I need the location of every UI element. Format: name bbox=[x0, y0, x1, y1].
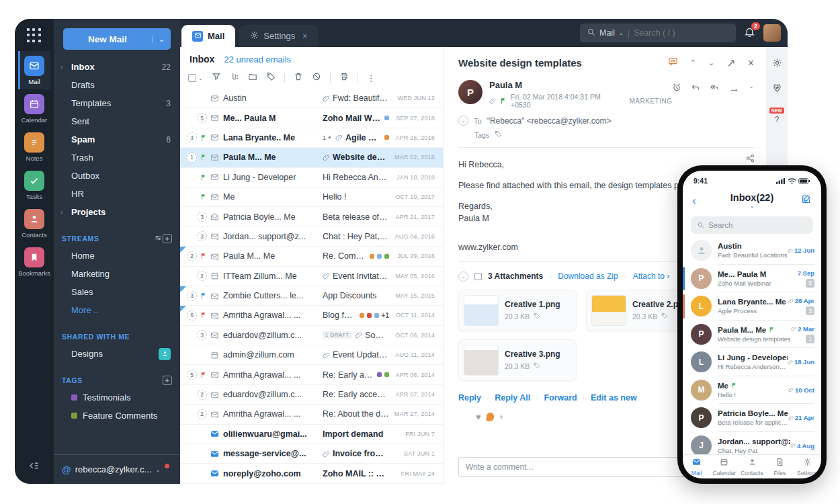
delete-icon[interactable] bbox=[294, 72, 303, 84]
help-icon[interactable]: ? bbox=[775, 115, 780, 124]
tag-icon[interactable] bbox=[534, 312, 540, 321]
search-input[interactable] bbox=[634, 28, 708, 38]
email-list-row[interactable]: 3Jordan... support@z...Chat : Hey Pat, I… bbox=[180, 227, 443, 247]
sidebar-folder-outbox[interactable]: Outbox bbox=[54, 167, 180, 185]
more-actions-icon[interactable]: ⌄ bbox=[749, 83, 754, 89]
email-list-row[interactable]: 5Me... Paula MZoho Mail WebinarSEP 07, 2… bbox=[180, 108, 443, 128]
flag-icon[interactable] bbox=[200, 154, 207, 161]
sender-name[interactable]: Paula M bbox=[489, 80, 672, 90]
phone-email-row[interactable]: LLi Jung - DeveloperHi Rebecca Anderson,… bbox=[683, 348, 821, 376]
phone-nav-contacts[interactable]: Contacts bbox=[738, 457, 765, 476]
email-list-row[interactable]: 3Patricia Boyle... MeBeta release of app… bbox=[180, 207, 443, 226]
collapse-attachments-icon[interactable]: ⌄ bbox=[458, 271, 468, 282]
phone-email-row[interactable]: MMeHello !10 Oct bbox=[683, 376, 821, 405]
next-email-icon[interactable]: ⌄ bbox=[708, 58, 714, 67]
attachment-card[interactable]: Creative 3.png20.3 KB bbox=[458, 339, 577, 381]
email-list-row[interactable]: admin@zillum.comEvent Updated - De...AUG… bbox=[180, 345, 443, 365]
stream-item-marketing[interactable]: Marketing bbox=[54, 265, 180, 283]
like-icon[interactable]: ♥ bbox=[476, 412, 481, 422]
collapse-sidebar-icon[interactable] bbox=[28, 460, 40, 474]
phone-email-row[interactable]: LLana Bryante... MeAgile Process26 Apr3 bbox=[683, 292, 821, 321]
stream-item-more[interactable]: More .. bbox=[54, 301, 180, 319]
select-all-checkbox[interactable]: ⌄ bbox=[188, 74, 203, 82]
email-list-row[interactable]: 2ITTeam Zillum... MeEvent Invitation - T… bbox=[180, 267, 443, 286]
sidebar-folder-sent[interactable]: Sent bbox=[54, 112, 180, 130]
notifications-bell-icon[interactable]: 2 bbox=[744, 26, 755, 40]
tag-item-testimonials[interactable]: Testimonials bbox=[54, 388, 180, 407]
phone-nav-settings[interactable]: Settings bbox=[794, 457, 821, 476]
search-scope[interactable]: Mail bbox=[599, 28, 615, 38]
archive-icon[interactable] bbox=[339, 72, 349, 84]
email-list-row[interactable]: 3Lana Bryante.. Me1Agile ProcessAPR 26, … bbox=[180, 128, 443, 148]
back-icon[interactable]: ‹ bbox=[692, 195, 696, 206]
sidebar-app-mail[interactable]: Mail bbox=[18, 51, 50, 89]
email-list-row[interactable]: 3Zombie Cutters... le...App DiscountsMAY… bbox=[180, 286, 443, 306]
sidebar-app-contacts[interactable]: Contacts bbox=[18, 204, 50, 243]
more-options-icon[interactable]: ⋮ bbox=[367, 73, 376, 83]
user-avatar[interactable] bbox=[763, 24, 781, 42]
email-list-row[interactable]: AustinFwd: Beautiful locati...WED JUN 12 bbox=[180, 89, 443, 108]
email-list-row[interactable]: 3eduardov@zillum.c...1 DRAFTSome snaps f… bbox=[180, 326, 443, 345]
tab-settings[interactable]: Settings × bbox=[239, 25, 318, 47]
email-list-row[interactable]: Li Jung - DeveloperHi Rebecca Anderson, … bbox=[180, 168, 443, 187]
phone-email-row[interactable]: AustinFwd: Beautiful Locations12 Jun bbox=[683, 237, 821, 265]
close-tab-icon[interactable]: × bbox=[302, 32, 307, 41]
tag-icon[interactable] bbox=[495, 130, 502, 139]
phone-nav-files[interactable]: Files bbox=[766, 457, 794, 476]
snooze-icon[interactable] bbox=[672, 83, 681, 95]
attachments-checkbox[interactable] bbox=[474, 273, 482, 280]
stream-item-home[interactable]: Home bbox=[54, 247, 180, 265]
phone-email-row[interactable]: PPatricia Boyle... MeBeta release for ap… bbox=[683, 404, 821, 432]
collapse-details-icon[interactable]: ⌄ bbox=[458, 116, 468, 126]
tab-mail[interactable]: Mail bbox=[181, 25, 235, 47]
sidebar-app-tasks[interactable]: Tasks bbox=[18, 166, 50, 204]
zia-assistant-icon[interactable] bbox=[772, 83, 782, 95]
flag-icon[interactable] bbox=[200, 312, 207, 319]
reply-icon[interactable] bbox=[691, 83, 700, 95]
action-forward[interactable]: Forward bbox=[544, 393, 577, 403]
email-list-row[interactable]: 1Paula M... MeWebsite design temp...MAR … bbox=[180, 148, 443, 167]
phone-search-bar[interactable]: Search bbox=[691, 216, 813, 234]
attach-to-link[interactable]: Attach to › bbox=[633, 271, 670, 281]
tag-icon[interactable] bbox=[266, 72, 276, 84]
action-reply[interactable]: Reply bbox=[458, 393, 481, 403]
email-list-row[interactable]: 6Amritha Agrawal... ...Blog for the Be..… bbox=[180, 306, 443, 325]
settings-gear-icon[interactable] bbox=[772, 58, 782, 71]
flag-icon[interactable] bbox=[200, 372, 207, 378]
action-edit-as-new[interactable]: Edit as new bbox=[591, 393, 637, 403]
flag-icon[interactable] bbox=[200, 194, 207, 200]
add-icon[interactable]: + bbox=[163, 234, 172, 243]
email-list-row[interactable]: noreply@zoho.comZoho MAIL :: Mail For...… bbox=[180, 464, 443, 483]
phone-nav-mail[interactable]: Mail bbox=[683, 457, 710, 476]
shared-item-designs[interactable]: Designs bbox=[54, 345, 180, 363]
filter-icon[interactable] bbox=[212, 72, 221, 84]
add-reaction-icon[interactable]: + bbox=[499, 413, 503, 421]
flag-icon[interactable] bbox=[200, 253, 207, 259]
block-icon[interactable] bbox=[312, 72, 321, 84]
attachment-card[interactable]: Creative 1.png20.3 KB bbox=[458, 290, 577, 331]
flag-icon[interactable] bbox=[200, 134, 207, 141]
phone-email-row[interactable]: PMe... Paula MZoho Mail Webinar7 Sep5 bbox=[683, 265, 821, 293]
phone-email-row[interactable]: PPaula M... MeWebsite design templates2 … bbox=[683, 321, 821, 349]
flag-icon[interactable] bbox=[200, 292, 207, 299]
reaction-sticker-icon[interactable] bbox=[485, 412, 494, 422]
forward-icon[interactable]: → bbox=[728, 83, 739, 95]
tag-icon[interactable] bbox=[661, 312, 668, 321]
email-list-row[interactable]: 2Amritha Agrawal... ...Re: About the dem… bbox=[180, 405, 443, 424]
sort-icon[interactable] bbox=[230, 72, 239, 84]
sidebar-folder-templates[interactable]: Templates3 bbox=[54, 94, 180, 112]
sidebar-app-bookmarks[interactable]: Bookmarks bbox=[18, 243, 50, 281]
app-grid-icon[interactable] bbox=[27, 28, 42, 43]
close-reading-pane-icon[interactable]: × bbox=[748, 57, 754, 69]
add-icon[interactable]: + bbox=[163, 376, 172, 385]
sidebar-folder-spam[interactable]: Spam6 bbox=[54, 130, 180, 149]
new-mail-button[interactable]: New Mail ⌄ bbox=[63, 28, 171, 50]
open-new-window-icon[interactable]: ↗ bbox=[726, 56, 735, 69]
sidebar-folder-hr[interactable]: HR bbox=[54, 185, 180, 203]
sidebar-folder-drafts[interactable]: Drafts bbox=[54, 76, 180, 94]
sender-avatar[interactable]: P bbox=[458, 80, 482, 104]
sidebar-folder-inbox[interactable]: ›Inbox22 bbox=[54, 58, 180, 76]
sidebar-app-notes[interactable]: Notes bbox=[18, 128, 50, 166]
phone-nav-calendar[interactable]: Calendar bbox=[710, 457, 738, 476]
sidebar-app-calendar[interactable]: Calendar bbox=[18, 89, 50, 128]
